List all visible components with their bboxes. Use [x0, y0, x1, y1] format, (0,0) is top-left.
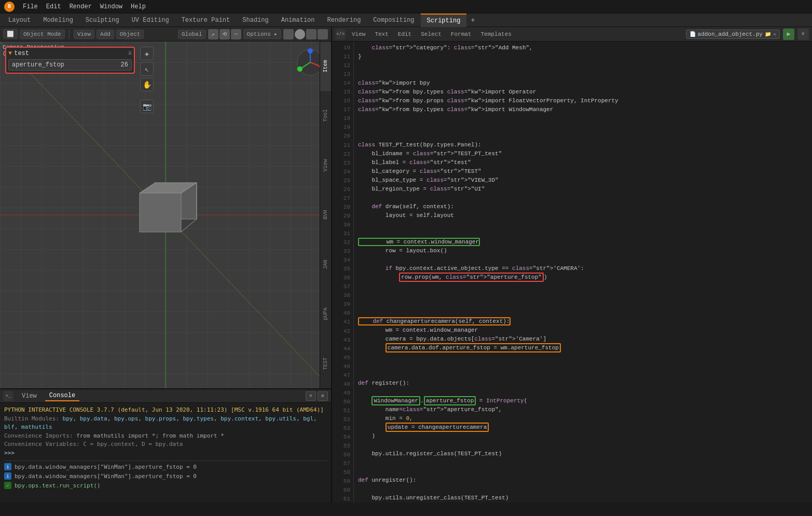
line-number-38: 38	[335, 291, 350, 300]
props-menu-icon[interactable]: ≡	[128, 50, 132, 57]
right-label-bvh[interactable]: BVH	[320, 190, 331, 239]
file-close-icon[interactable]: ✕	[773, 31, 776, 37]
line-number-15: 15	[335, 88, 350, 97]
line-number-49: 49	[335, 389, 350, 398]
code-filename[interactable]: 📄 addon_add_object.py 📁 ✕	[686, 30, 780, 39]
code-line-25: bl_space_type = class="str">"VIEW_3D"	[358, 176, 808, 185]
viewport-tool-btn-3[interactable]: ↔	[231, 29, 241, 39]
right-label-view[interactable]: View	[320, 141, 331, 190]
blender-logo-icon[interactable]: B	[4, 2, 15, 12]
line-number-34: 34	[335, 256, 350, 265]
line-number-28: 28	[335, 203, 350, 212]
right-label-pupa[interactable]: pUPA	[320, 289, 331, 338]
hand-tool[interactable]: ✋	[140, 78, 154, 91]
right-label-tool[interactable]: Tool	[320, 91, 331, 140]
line-number-20: 20	[335, 132, 350, 141]
svg-text:Y: Y	[297, 67, 299, 72]
code-line-60	[358, 485, 808, 494]
ws-tab-sculpting[interactable]: Sculpting	[79, 13, 126, 27]
console-tab-console[interactable]: Console	[45, 391, 79, 401]
code-content[interactable]: class="str">"category": class="str">"Add…	[354, 42, 812, 503]
line-number-25: 25	[335, 176, 350, 185]
menu-window[interactable]: Window	[96, 2, 127, 11]
cursor-tool[interactable]: ✚	[140, 47, 154, 60]
ws-tab-layout[interactable]: Layout	[2, 13, 37, 27]
ws-tab-modeling[interactable]: Modeling	[37, 13, 79, 27]
line-number-53: 53	[335, 424, 350, 433]
console-settings-btn[interactable]: ⚙	[318, 391, 328, 401]
viewport-tool-btn-1[interactable]: ↗	[208, 29, 218, 39]
code-line-46	[358, 361, 808, 370]
ws-tab-uv-editing[interactable]: UV Editing	[126, 13, 175, 27]
object-mode-btn[interactable]: Object Mode	[20, 30, 65, 39]
viewport-sphere-btn[interactable]	[295, 29, 305, 39]
menu-edit[interactable]: Edit	[42, 2, 65, 11]
console-tab-view[interactable]: View	[18, 391, 41, 401]
line-number-61: 61	[335, 495, 350, 503]
line-number-58: 58	[335, 468, 350, 477]
right-label-item[interactable]: Item	[320, 42, 331, 91]
props-field-row[interactable]: aperture_fstop 26	[8, 59, 132, 71]
ws-tab-add[interactable]: +	[466, 15, 479, 26]
line-number-32: 32	[335, 238, 350, 247]
code-header-text[interactable]: Text	[371, 30, 391, 38]
menu-render[interactable]: Render	[65, 2, 96, 11]
line-number-26: 26	[335, 185, 350, 194]
line-number-27: 27	[335, 194, 350, 203]
ws-tab-rendering[interactable]: Rendering	[321, 13, 367, 27]
code-line-32: wm = context.window_manager	[358, 238, 808, 247]
viewport-3d[interactable]: Camera Perspective (1) Collection | Came…	[0, 42, 331, 388]
code-line-43: camera = bpy.data.objects[class="str">'C…	[358, 335, 808, 344]
run-script-btn[interactable]: ▶	[783, 29, 794, 40]
line-number-42: 42	[335, 327, 350, 336]
right-label-jan[interactable]: JAN	[320, 240, 331, 289]
ws-tab-texture-paint[interactable]: Texture Paint	[175, 13, 237, 27]
menu-file[interactable]: File	[19, 2, 42, 11]
viewport-object-menu[interactable]: Object	[116, 30, 144, 39]
move-tool[interactable]: ↖	[140, 62, 154, 76]
console-icon: >_	[3, 391, 13, 401]
code-editor-icon: </>	[335, 29, 346, 39]
line-number-31: 31	[335, 229, 350, 238]
line-number-48: 48	[335, 380, 350, 389]
search-code-btn[interactable]: ≡	[797, 29, 809, 40]
code-line-28: def draw(self, context):	[358, 202, 808, 211]
viewport-shading-btn[interactable]	[283, 29, 294, 39]
viewport-options-btn[interactable]: Options ▸	[243, 29, 281, 39]
console-wrap-btn[interactable]: ≡	[306, 391, 316, 401]
log-text-2: bpy.data.window_managers["WinMan"].apert…	[15, 473, 197, 480]
viewport-global-btn[interactable]: Global	[178, 30, 206, 39]
viewport-tool-btn-2[interactable]: ⟲	[219, 29, 230, 39]
viewport-editor-icon[interactable]: ⬜	[3, 29, 18, 39]
right-label-test[interactable]: TEST	[320, 339, 331, 388]
code-header-templates[interactable]: Templates	[477, 30, 514, 38]
ws-tab-animation[interactable]: Animation	[275, 13, 321, 27]
code-line-41: def changeaperturecamera(self, context):	[358, 317, 808, 326]
viewport-add-menu[interactable]: Add	[97, 30, 114, 39]
code-line-33: row = layout.box()	[358, 247, 808, 255]
code-line-38	[358, 291, 808, 300]
ws-tab-scripting[interactable]: Scripting	[421, 13, 467, 27]
console-body[interactable]: PYTHON INTERACTIVE CONSOLE 3.7.7 (defaul…	[0, 403, 331, 504]
line-number-43: 43	[335, 336, 350, 345]
code-header-view[interactable]: View	[349, 30, 368, 38]
file-folder-icon[interactable]: 📁	[765, 31, 771, 37]
code-line-22: bl_idname = class="str">"TEST_PT_test"	[358, 150, 808, 158]
viewport-xray-btn[interactable]	[318, 29, 328, 39]
line-number-44: 44	[335, 345, 350, 354]
code-header-select[interactable]: Select	[418, 30, 445, 38]
viewport-overlay-btn[interactable]	[306, 29, 316, 39]
ws-tab-shading[interactable]: Shading	[236, 13, 274, 27]
code-editor-header: </> View Text Edit Select Format Templat…	[332, 27, 812, 42]
code-line-31	[358, 229, 808, 238]
code-line-52: min = 0,	[358, 414, 808, 423]
code-header-edit[interactable]: Edit	[395, 30, 415, 38]
camera-tool[interactable]: 📷	[140, 100, 154, 113]
menu-help[interactable]: Help	[127, 2, 150, 11]
code-header-format[interactable]: Format	[448, 30, 475, 38]
code-line-51: name=class="str">"aperture_fstop",	[358, 405, 808, 414]
viewport-view-menu[interactable]: View	[74, 30, 94, 39]
ws-tab-compositing[interactable]: Compositing	[367, 13, 420, 27]
code-line-56: bpy.utils.register_class(TEST_PT_test)	[358, 450, 808, 458]
code-area[interactable]: 1011121314151617181920212223242526272829…	[332, 42, 812, 503]
